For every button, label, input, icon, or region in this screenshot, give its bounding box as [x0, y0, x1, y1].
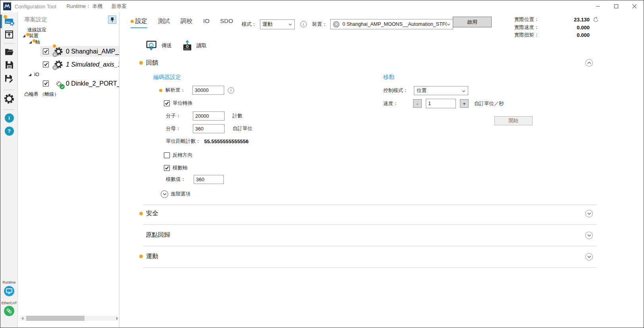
expand-safety-button[interactable] [585, 210, 593, 217]
scroll-left-icon[interactable] [19, 316, 25, 321]
velocity-input[interactable] [426, 99, 456, 108]
status-block: 實際位置： 23.130 實際速度： 0.000 實際扭矩： 0.000 [514, 16, 599, 39]
project-tree-panel: 專案設定 連線設定 裝置 軸 0 Shanghai_AMP_ [18, 12, 119, 328]
mode-select[interactable]: 運動 [260, 19, 295, 29]
actual-position-row: 實際位置： 23.130 [514, 16, 599, 24]
expander-icon[interactable] [29, 73, 31, 76]
rail-divider [4, 43, 15, 44]
denominator-input[interactable] [193, 124, 225, 133]
start-button[interactable]: 開始 [494, 116, 533, 125]
project-settings-icon[interactable] [0, 15, 18, 27]
save-as-icon[interactable] [0, 74, 18, 84]
settings-gear-icon[interactable] [0, 93, 18, 105]
safety-section-header[interactable]: 安全 [139, 209, 158, 218]
read-button[interactable]: 讀取 [182, 40, 207, 51]
app-title: Configuration Tool [15, 4, 56, 10]
tree-horizontal-scrollbar[interactable] [19, 316, 118, 321]
tree-item-devices[interactable]: 裝置 [23, 33, 38, 39]
tree-item-axes[interactable]: 軸 [29, 39, 40, 46]
read-icon [182, 40, 192, 51]
actual-torque-row: 實際扭矩： 0.000 [514, 31, 599, 39]
actual-velocity-row: 實際速度： 0.000 [514, 24, 599, 32]
axis0-checkbox[interactable] [43, 48, 49, 54]
tree-item-axis1[interactable]: 1 Simulated_axis_1 [40, 59, 119, 70]
ethercat-link-icon[interactable] [0, 306, 18, 316]
numerator-input[interactable] [193, 111, 225, 121]
icon-rail: i ? Runtime EtherCAT [0, 12, 18, 328]
info-icon[interactable]: i [0, 113, 18, 123]
chevron-down-icon [587, 255, 591, 258]
help-icon[interactable]: ? [0, 127, 18, 136]
pin-button[interactable] [108, 15, 116, 24]
expand-homing-button[interactable] [585, 232, 593, 239]
maximize-button[interactable] [607, 0, 625, 12]
tree-item-io0[interactable]: 0 Dinkle_2_PORT_BRIDGE_G [40, 78, 119, 89]
expander-icon[interactable] [29, 41, 32, 44]
modulo-axis-checkbox[interactable] [164, 165, 170, 171]
collapse-feedback-button[interactable] [585, 59, 593, 67]
chevron-down-icon [462, 88, 465, 94]
scroll-right-icon[interactable] [113, 316, 118, 321]
send-button[interactable]: 傳送 [146, 40, 172, 51]
modulo-axis-row: 模數軸 [164, 165, 188, 171]
modified-dot [26, 33, 29, 36]
modified-dot [159, 89, 162, 92]
toolbar: 傳送 讀取 [146, 40, 207, 51]
open-folder-icon[interactable] [0, 47, 18, 57]
modulo-value-row: 模數值： [166, 175, 224, 184]
axis1-checkbox[interactable] [43, 61, 49, 67]
numerator-row: 分子： 計數 [166, 111, 242, 121]
unit-conversion-checkbox[interactable] [164, 100, 170, 106]
advanced-options-row[interactable]: 進階選項 [161, 190, 190, 198]
tab-test[interactable]: 測試 [158, 17, 170, 27]
homing-section-header[interactable]: 原點回歸 [142, 231, 170, 239]
velocity-decrement-button[interactable]: - [413, 99, 422, 108]
tab-io[interactable]: IO [203, 17, 210, 27]
disconnected-badge [52, 65, 58, 70]
control-mode-select[interactable]: 位置 [414, 86, 468, 95]
mode-group: 模式： 運動 i 裝置： 0 Shanghai_AMP_MOONS__Autom… [242, 19, 453, 29]
chevron-up-icon [587, 61, 591, 64]
reverse-direction-row: 反轉方向 [164, 152, 192, 159]
tab-tuning[interactable]: 調校 [181, 17, 192, 27]
tab-sdo[interactable]: SDO [220, 17, 233, 27]
enable-button[interactable]: 啟用 [453, 17, 492, 27]
tab-settings[interactable]: 設定 [131, 17, 147, 28]
expand-motion-button[interactable] [585, 253, 593, 261]
modified-dot [33, 39, 36, 42]
tree-item-io[interactable]: IO [29, 72, 39, 77]
main-content: 設定 測試 調校 IO SDO 模式： 運動 i 裝置： 0 Shanghai_… [119, 12, 644, 328]
io0-checkbox[interactable] [43, 81, 49, 86]
reverse-direction-checkbox[interactable] [164, 152, 170, 158]
tree-item-cam-table[interactable]: 凸輪表 （離線） [24, 91, 59, 98]
tree-item-axis0[interactable]: 0 Shanghai_AMP_MOONS_ [40, 46, 119, 57]
save-icon[interactable] [0, 60, 18, 70]
runtime-caption: Runtime [0, 280, 18, 284]
velocity-increment-button[interactable]: + [460, 99, 469, 108]
window-controls [589, 0, 644, 12]
import-window-icon[interactable] [0, 30, 18, 39]
motion-section-header[interactable]: 運動 [139, 252, 158, 261]
runtime-monitor-icon[interactable] [0, 286, 18, 296]
chevron-down-icon [587, 212, 591, 215]
resolution-info-icon[interactable]: i [228, 87, 234, 94]
velocity-row: 速度： - + 自訂單位／秒 [383, 99, 504, 108]
rail-divider [4, 90, 15, 90]
feedback-section-header[interactable]: 回饋 [139, 59, 158, 67]
close-button[interactable] [625, 0, 644, 12]
expander-icon[interactable] [23, 35, 25, 37]
mode-info-icon[interactable]: i [300, 21, 307, 27]
device-select[interactable]: 0 Shanghai_AMP_MOONS__Automation_STF06_E… [330, 19, 453, 29]
axis-device-icon [54, 59, 63, 69]
menu-runtime[interactable]: Runtime： 本機 [67, 3, 103, 10]
modulo-value-input[interactable] [194, 175, 224, 184]
minimize-button[interactable] [589, 0, 607, 12]
tab-bar: 設定 測試 調校 IO SDO [131, 17, 233, 28]
titlebar: Configuration Tool Runtime： 本機 新專案 [0, 0, 644, 12]
menu-new-project[interactable]: 新專案 [111, 3, 127, 10]
reset-position-icon[interactable] [593, 17, 599, 23]
scrollbar-thumb[interactable] [26, 316, 85, 321]
resolution-input[interactable] [192, 86, 224, 95]
units-distance-value: 55.5555555555556 [204, 138, 249, 144]
section-divider [143, 246, 597, 246]
